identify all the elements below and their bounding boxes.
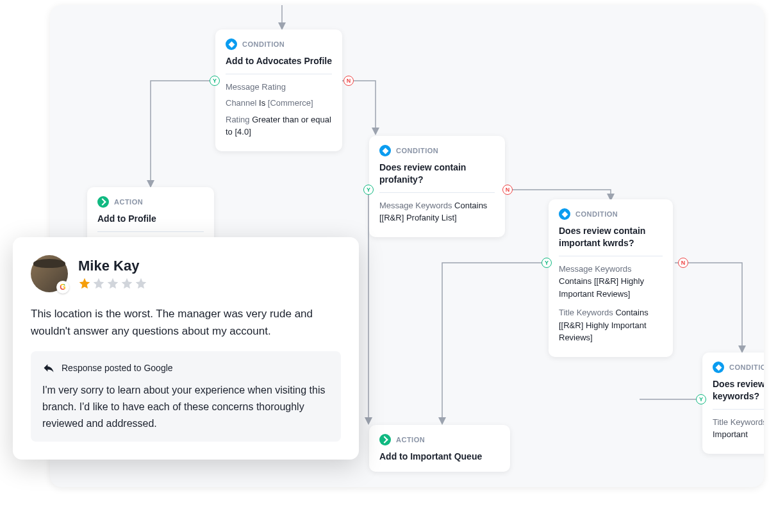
node-title: Add to Profile <box>97 213 204 225</box>
node-type-label: CONDITION <box>729 363 764 371</box>
condition-node-profanity[interactable]: CONDITION Does review contain profanity?… <box>369 136 505 237</box>
action-node-add-queue[interactable]: ACTION Add to Important Queue <box>369 425 510 472</box>
action-icon <box>379 434 391 445</box>
branch-yes-badge: Y <box>363 185 374 195</box>
condition-node-keywords[interactable]: CONDITION Does review contain keywords? … <box>702 353 764 454</box>
node-title: Add to Important Queue <box>379 451 500 463</box>
rule-line: Message Keywords Contains [[R&R] Highly … <box>559 263 663 301</box>
node-type-label: CONDITION <box>396 147 438 154</box>
rule-line: Message Keywords Contains [[R&R] Profani… <box>379 199 495 224</box>
node-type-label: CONDITION <box>242 40 285 48</box>
node-title: Add to Advocates Profile <box>226 55 332 67</box>
rule-line: Title Keywords Highly Important <box>713 416 764 441</box>
node-title: Does review contain profanity? <box>379 162 495 186</box>
star-empty-icon <box>106 277 119 290</box>
reviewer-name: Mike Kay <box>78 258 147 274</box>
response-box: Response posted to Google I'm very sorry… <box>31 351 341 442</box>
node-title: Does review contain keywords? <box>713 378 764 403</box>
rule-line: Title Keywords Contains [[R&R] Highly Im… <box>559 306 663 344</box>
review-text: This location is the worst. The manager … <box>31 305 341 340</box>
google-badge-icon: G <box>56 281 69 294</box>
avatar: G <box>31 255 68 292</box>
rule-line: Rating Greater than or equal to [4.0] <box>226 113 332 138</box>
response-text: I'm very sorry to learn about your exper… <box>42 382 329 431</box>
action-icon <box>97 196 109 208</box>
star-rating <box>78 277 147 290</box>
condition-icon <box>226 38 237 50</box>
star-empty-icon <box>92 277 105 290</box>
star-filled-icon <box>78 277 91 290</box>
condition-icon <box>713 362 724 373</box>
node-type-label: ACTION <box>114 198 143 206</box>
branch-yes-badge: Y <box>210 76 220 86</box>
branch-yes-badge: Y <box>542 258 552 268</box>
node-title: Does review contain important kwrds? <box>559 225 663 249</box>
condition-node-advocates[interactable]: CONDITION Add to Advocates Profile Messa… <box>215 29 342 151</box>
star-empty-icon <box>120 277 133 290</box>
star-empty-icon <box>135 277 147 290</box>
condition-node-important-kwrds[interactable]: CONDITION Does review contain important … <box>549 199 673 357</box>
node-type-label: ACTION <box>396 436 425 444</box>
condition-icon <box>559 208 570 220</box>
branch-yes-badge: Y <box>696 394 706 404</box>
reply-icon <box>42 362 55 374</box>
rule-line: Channel Is [Commerce] <box>226 97 332 110</box>
branch-no-badge: N <box>502 185 513 195</box>
branch-no-badge: N <box>343 76 354 86</box>
node-type-label: CONDITION <box>575 210 618 218</box>
condition-icon <box>379 145 391 156</box>
review-card: G Mike Kay This location is the worst. T… <box>13 237 359 460</box>
response-header-text: Response posted to Google <box>62 363 173 373</box>
rule-line: Message Rating <box>226 81 332 94</box>
branch-no-badge: N <box>678 258 688 268</box>
